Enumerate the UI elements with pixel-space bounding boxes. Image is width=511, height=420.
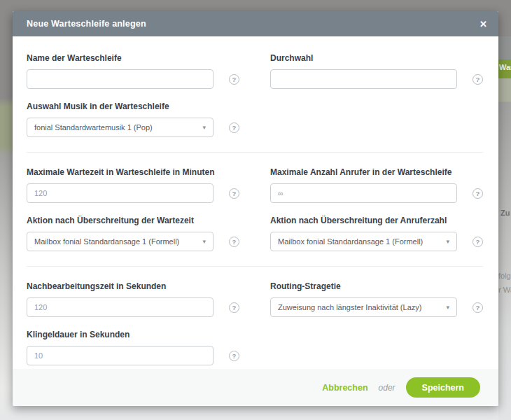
max-wait-time-input[interactable] [27, 183, 214, 203]
backdrop-left-strip [0, 0, 13, 420]
help-icon[interactable]: ? [472, 302, 483, 313]
save-button[interactable]: Speichern [406, 377, 480, 398]
background-text-fragment: r Wa [498, 286, 511, 294]
extension-label: Durchwahl [270, 53, 483, 63]
help-icon[interactable]: ? [229, 74, 239, 85]
routing-strategy-label: Routing-Stragetie [270, 281, 483, 291]
field-wait-time-action: Aktion nach Überschreitung der Wartezeit… [27, 216, 239, 251]
modal-footer: Abbrechen oder Speichern [13, 369, 498, 406]
field-queue-name: Name der Warteschleife ? [27, 53, 239, 89]
wait-time-action-label: Aktion nach Überschreitung der Wartezeit [27, 216, 239, 225]
field-max-wait-time: Maximale Wartezeit in Warteschleife in M… [27, 167, 239, 203]
wrap-up-time-input[interactable] [27, 298, 214, 317]
modal-body: Name der Warteschleife ? Durchwahl ? Aus… [13, 36, 498, 369]
max-callers-label: Maximale Anzahl Anrufer in der Warteschl… [270, 167, 483, 177]
grid-spacer [270, 330, 483, 365]
field-hold-music: Auswahl Musik in der Warteschleife fonia… [27, 102, 239, 137]
or-text: oder [379, 383, 396, 393]
help-icon[interactable]: ? [229, 351, 239, 361]
help-icon[interactable]: ? [472, 188, 483, 199]
field-ring-duration: Klingeldauer in Sekunden ? [27, 330, 239, 365]
help-icon[interactable]: ? [229, 188, 239, 199]
cancel-button[interactable]: Abbrechen [322, 383, 368, 393]
help-icon[interactable]: ? [472, 237, 483, 247]
chevron-down-icon: ▾ [446, 238, 449, 245]
wait-time-action-select[interactable]: Mailbox fonial Standardansage 1 (Formell… [27, 232, 214, 251]
chevron-down-icon: ▾ [446, 304, 449, 311]
max-callers-input[interactable] [270, 183, 457, 203]
caller-count-action-select[interactable]: Mailbox fonial Standardansage 1 (Formell… [270, 232, 457, 251]
new-queue-modal: Neue Warteschleife anlegen ✕ Name der Wa… [13, 11, 498, 406]
form-section-basic: Name der Warteschleife ? Durchwahl ? Aus… [27, 53, 483, 137]
ring-duration-label: Klingeldauer in Sekunden [27, 330, 239, 340]
routing-strategy-selected-value: Zuweisung nach längster Inaktivität (Laz… [278, 303, 442, 312]
caller-count-action-label: Aktion nach Überschreitung der Anruferza… [270, 216, 483, 225]
background-text-fragment: folgt [498, 272, 511, 280]
help-icon[interactable]: ? [472, 74, 483, 85]
routing-strategy-select[interactable]: Zuweisung nach längster Inaktivität (Laz… [270, 298, 457, 317]
section-divider [27, 266, 483, 267]
help-icon[interactable]: ? [229, 302, 239, 313]
background-text-fragment: Zu [500, 209, 510, 217]
grid-spacer [270, 102, 483, 137]
wait-time-action-selected-value: Mailbox fonial Standardansage 1 (Formell… [34, 237, 198, 246]
help-icon[interactable]: ? [229, 122, 239, 133]
ring-duration-input[interactable] [27, 346, 214, 365]
hold-music-select[interactable]: fonial Standardwartemusik 1 (Pop) ▾ [27, 118, 214, 137]
modal-header: Neue Warteschleife anlegen ✕ [13, 11, 498, 36]
chevron-down-icon: ▾ [202, 124, 206, 131]
background-tab-fragment: War [499, 63, 511, 71]
field-caller-count-action: Aktion nach Überschreitung der Anruferza… [270, 216, 483, 251]
backdrop-right-strip: War Zu folgt r Wa [498, 0, 511, 420]
field-extension: Durchwahl ? [270, 53, 483, 89]
hold-music-selected-value: fonial Standardwartemusik 1 (Pop) [34, 123, 198, 132]
max-wait-time-label: Maximale Wartezeit in Warteschleife in M… [27, 167, 239, 177]
field-routing-strategy: Routing-Stragetie Zuweisung nach längste… [270, 281, 483, 317]
close-icon[interactable]: ✕ [479, 20, 487, 29]
section-divider [27, 152, 483, 153]
form-section-limits: Maximale Wartezeit in Warteschleife in M… [27, 167, 483, 251]
extension-input[interactable] [270, 69, 457, 89]
queue-name-label: Name der Warteschleife [27, 53, 239, 63]
caller-count-action-selected-value: Mailbox fonial Standardansage 1 (Formell… [278, 237, 442, 246]
help-icon[interactable]: ? [229, 237, 239, 247]
form-section-routing: Nachbearbeitungszeit in Sekunden ? Routi… [27, 281, 483, 365]
chevron-down-icon: ▾ [202, 238, 206, 245]
field-wrap-up-time: Nachbearbeitungszeit in Sekunden ? [27, 281, 239, 317]
queue-name-input[interactable] [27, 69, 214, 89]
modal-title: Neue Warteschleife anlegen [27, 19, 146, 29]
field-max-callers: Maximale Anzahl Anrufer in der Warteschl… [270, 167, 483, 203]
wrap-up-time-label: Nachbearbeitungszeit in Sekunden [27, 281, 239, 291]
hold-music-label: Auswahl Musik in der Warteschleife [27, 102, 239, 111]
